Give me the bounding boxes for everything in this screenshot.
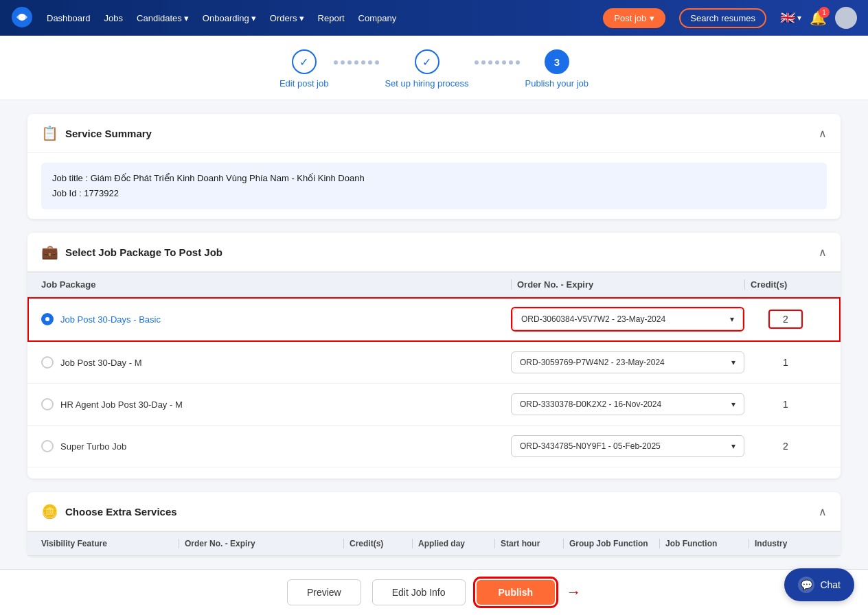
order-2-value: ORD-3059769-P7W4N2 - 23-May-2024 [520, 358, 665, 367]
job-package-card: 💼 Select Job Package To Post Job ∧ Job P… [27, 233, 841, 478]
radio-2-input[interactable] [41, 356, 54, 369]
package-icon: 💼 [41, 244, 58, 260]
step-1-circle: ✓ [292, 49, 317, 74]
dropdown-chevron-1: ▾ [730, 314, 734, 324]
step-3-circle: 3 [545, 49, 569, 74]
table-row: Super Turbo Job ORD-3434785-N0Y9F1 - 05-… [27, 426, 841, 467]
nav-jobs[interactable]: Jobs [104, 13, 123, 23]
notifications-button[interactable]: 🔔 1 [810, 10, 827, 26]
step-2-circle: ✓ [415, 49, 439, 74]
chat-icon: 💬 [798, 577, 814, 593]
package-radio-3[interactable]: HR Agent Job Post 30-Day - M [41, 398, 511, 410]
bottom-bar: Preview Edit Job Info Publish ← [0, 569, 868, 615]
extra-col-applied: Applied day [412, 539, 494, 548]
package-1-name: Job Post 30-Days - Basic [60, 314, 161, 325]
order-dropdown-4[interactable]: ORD-3434785-N0Y9F1 - 05-Feb-2025 ▾ [511, 435, 744, 457]
svg-point-1 [19, 14, 25, 21]
nav-candidates[interactable]: Candidates ▾ [137, 13, 189, 23]
radio-1-input[interactable] [41, 313, 54, 325]
package-3-name: HR Agent Job Post 30-Day - M [60, 399, 183, 410]
job-title-row: Job title : Giám Đốc Phát Triển Kinh Doa… [52, 171, 816, 186]
navbar: Dashboard Jobs Candidates ▾ Onboarding ▾… [0, 0, 868, 36]
notification-badge: 1 [819, 7, 830, 18]
summary-box: Job title : Giám Đốc Phát Triển Kinh Doa… [41, 163, 827, 209]
search-resumes-button[interactable]: Search resumes [679, 8, 766, 28]
service-summary-card: 📋 Service Summary ∧ Job title : Giám Đốc… [27, 114, 841, 219]
extra-collapse-button[interactable]: ∧ [819, 505, 827, 518]
col-package: Job Package [41, 279, 511, 290]
step-3: 3 Publish your job [525, 49, 589, 89]
package-table-header: Job Package Order No. - Expiry Credit(s) [27, 272, 841, 297]
service-summary-header: 📋 Service Summary ∧ [27, 114, 841, 153]
language-selector[interactable]: 🇬🇧 ▾ [780, 10, 801, 25]
package-radio-1[interactable]: Job Post 30-Days - Basic [41, 313, 511, 325]
extra-icon: 🪙 [41, 503, 58, 520]
summary-collapse-button[interactable]: ∧ [819, 127, 827, 140]
extra-col-start: Start hour [494, 539, 563, 548]
extra-col-group: Group Job Function [563, 539, 659, 548]
job-id-value: 1773922 [84, 188, 119, 198]
summary-icon: 📋 [41, 125, 58, 141]
extra-services-header: 🪙 Choose Extra Services ∧ [27, 492, 841, 531]
extra-services-card: 🪙 Choose Extra Services ∧ Visibility Fea… [27, 492, 841, 556]
credits-1: 2 [783, 314, 788, 325]
nav-report[interactable]: Report [318, 13, 345, 23]
step-1: ✓ Edit post job [279, 49, 329, 89]
package-collapse-button[interactable]: ∧ [819, 246, 827, 259]
extra-col-credits: Credit(s) [343, 539, 412, 548]
extra-col-function: Job Function [659, 539, 749, 548]
dropdown-chevron-4: ▾ [731, 441, 735, 451]
job-package-header: 💼 Select Job Package To Post Job ∧ [27, 233, 841, 272]
nav-dashboard[interactable]: Dashboard [47, 13, 91, 23]
summary-body: Job title : Giám Đốc Phát Triển Kinh Doa… [27, 153, 841, 219]
package-4-name: Super Turbo Job [60, 441, 126, 452]
table-row: Job Post 30-Day - M ORD-3059769-P7W4N2 -… [27, 342, 841, 384]
arrow-indicator: ← [566, 583, 581, 601]
table-row: Job Post 30-Days - Basic ORD-3060384-V5V… [27, 297, 841, 342]
col-credits: Credit(s) [744, 279, 827, 290]
order-dropdown-1[interactable]: ORD-3060384-V5V7W2 - 23-May-2024 ▾ [512, 308, 743, 330]
stepper: ✓ Edit post job ✓ Set up hiring process … [0, 36, 868, 100]
credits-4: 2 [744, 441, 827, 452]
package-table: Job Package Order No. - Expiry Credit(s)… [27, 272, 841, 478]
order-dropdown-2[interactable]: ORD-3059769-P7W4N2 - 23-May-2024 ▾ [511, 351, 744, 373]
extra-col-feature: Visibility Feature [41, 539, 179, 548]
package-radio-2[interactable]: Job Post 30-Day - M [41, 356, 511, 369]
step-dots-1 [334, 60, 379, 78]
credits-2: 1 [744, 357, 827, 368]
order-4-value: ORD-3434785-N0Y9F1 - 05-Feb-2025 [520, 441, 661, 451]
logo[interactable] [11, 6, 33, 30]
extra-col-industry: Industry [749, 539, 817, 548]
step-3-label: Publish your job [525, 78, 589, 89]
publish-button[interactable]: Publish [477, 580, 556, 605]
post-job-button[interactable]: Post job ▾ [603, 8, 665, 28]
edit-job-button[interactable]: Edit Job Info [372, 579, 466, 605]
package-radio-4[interactable]: Super Turbo Job [41, 440, 511, 452]
step-2: ✓ Set up hiring process [385, 49, 468, 89]
col-order: Order No. - Expiry [511, 279, 744, 290]
job-title-value: Giám Đốc Phát Triển Kinh Doanh Vùng Phía… [91, 173, 365, 183]
radio-3-input[interactable] [41, 398, 54, 410]
step-2-label: Set up hiring process [385, 78, 468, 89]
dropdown-chevron-2: ▾ [731, 358, 735, 367]
extra-col-order: Order No. - Expiry [179, 539, 343, 548]
job-title-label: Job title : [52, 173, 88, 183]
chat-button[interactable]: 💬 Chat [784, 568, 854, 601]
order-dropdown-1-wrapper: ORD-3060384-V5V7W2 - 23-May-2024 ▾ [511, 307, 744, 332]
order-1-value: ORD-3060384-V5V7W2 - 23-May-2024 [521, 314, 665, 324]
job-id-label: Job Id : [52, 188, 82, 198]
nav-company[interactable]: Company [358, 13, 397, 23]
radio-4-input[interactable] [41, 440, 54, 452]
extra-services-title: 🪙 Choose Extra Services [41, 503, 177, 520]
nav-orders[interactable]: Orders ▾ [270, 13, 304, 23]
user-avatar[interactable] [835, 7, 857, 29]
nav-onboarding[interactable]: Onboarding ▾ [203, 13, 256, 23]
package-2-name: Job Post 30-Day - M [60, 358, 142, 368]
job-id-row: Job Id : 1773922 [52, 186, 816, 201]
preview-button[interactable]: Preview [287, 579, 361, 605]
dropdown-chevron-3: ▾ [731, 399, 735, 409]
chat-label: Chat [820, 579, 841, 590]
job-package-title: 💼 Select Job Package To Post Job [41, 244, 222, 260]
order-dropdown-3[interactable]: ORD-3330378-D0K2X2 - 16-Nov-2024 ▾ [511, 393, 744, 415]
navbar-icons: 🇬🇧 ▾ 🔔 1 [780, 7, 857, 29]
